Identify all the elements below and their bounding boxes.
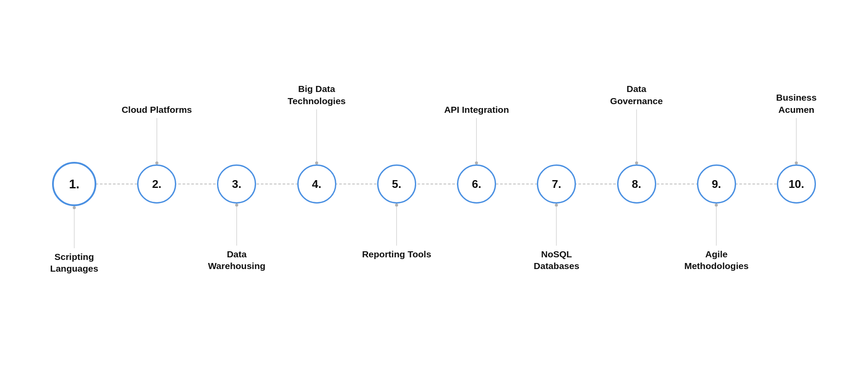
node-number-7: 7. bbox=[552, 177, 561, 191]
circle-4[interactable]: 4. bbox=[297, 164, 336, 204]
bottom-section-1: ScriptingLanguages bbox=[50, 206, 99, 275]
top-dot-4 bbox=[315, 161, 318, 164]
node-item-9: AgileMethodologies9. bbox=[697, 164, 736, 204]
node-number-2: 2. bbox=[152, 177, 161, 191]
top-vline-6 bbox=[477, 118, 477, 161]
circle-10[interactable]: 10. bbox=[777, 164, 816, 204]
bottom-label-3: DataWarehousing bbox=[208, 248, 265, 272]
top-vline-4 bbox=[316, 109, 317, 161]
node-item-4: Big DataTechnologies4. bbox=[297, 164, 336, 204]
top-label-4: Big DataTechnologies bbox=[288, 83, 346, 107]
bottom-dot-3 bbox=[235, 204, 238, 207]
node-item-10: BusinessAcumen10. bbox=[777, 164, 816, 204]
top-dot-8 bbox=[635, 161, 638, 164]
circle-6[interactable]: 6. bbox=[457, 164, 496, 204]
top-section-4: Big DataTechnologies bbox=[288, 83, 346, 164]
top-label-2: Cloud Platforms bbox=[122, 104, 192, 115]
top-vline-2 bbox=[157, 118, 157, 161]
top-label-8: DataGovernance bbox=[610, 83, 663, 107]
node-number-9: 9. bbox=[712, 177, 721, 191]
node-number-6: 6. bbox=[472, 177, 481, 191]
top-section-8: DataGovernance bbox=[610, 83, 663, 164]
bottom-vline-9 bbox=[716, 207, 717, 246]
circle-1[interactable]: 1. bbox=[52, 162, 96, 206]
node-number-10: 10. bbox=[789, 177, 804, 191]
bottom-vline-5 bbox=[396, 207, 397, 246]
top-section-10: BusinessAcumen bbox=[776, 92, 816, 164]
node-item-8: DataGovernance8. bbox=[617, 164, 656, 204]
circle-5[interactable]: 5. bbox=[377, 164, 416, 204]
bottom-section-3: DataWarehousing bbox=[208, 204, 265, 272]
bottom-dot-7 bbox=[555, 204, 558, 207]
bottom-dot-1 bbox=[72, 206, 76, 209]
node-item-5: Reporting Tools5. bbox=[377, 164, 416, 204]
circle-9[interactable]: 9. bbox=[697, 164, 736, 204]
node-number-3: 3. bbox=[232, 177, 242, 191]
top-dot-2 bbox=[155, 161, 158, 164]
bottom-label-7: NoSQLDatabases bbox=[534, 248, 579, 272]
node-item-3: DataWarehousing3. bbox=[217, 164, 256, 204]
node-number-5: 5. bbox=[392, 177, 401, 191]
bottom-label-1: ScriptingLanguages bbox=[50, 251, 99, 275]
circle-3[interactable]: 3. bbox=[217, 164, 256, 204]
top-label-10: BusinessAcumen bbox=[776, 92, 816, 115]
top-section-2: Cloud Platforms bbox=[122, 104, 192, 164]
timeline-wrapper: ScriptingLanguages1.Cloud Platforms2.Dat… bbox=[52, 54, 816, 314]
top-section-6: API Integration bbox=[444, 104, 509, 164]
circle-7[interactable]: 7. bbox=[537, 164, 576, 204]
node-number-4: 4. bbox=[312, 177, 322, 191]
node-item-1: ScriptingLanguages1. bbox=[52, 162, 96, 206]
bottom-section-9: AgileMethodologies bbox=[684, 204, 749, 272]
bottom-vline-3 bbox=[237, 207, 237, 246]
top-vline-10 bbox=[796, 118, 796, 161]
bottom-section-7: NoSQLDatabases bbox=[534, 204, 579, 272]
bottom-vline-1 bbox=[74, 209, 74, 248]
nodes-row: ScriptingLanguages1.Cloud Platforms2.Dat… bbox=[52, 162, 816, 206]
top-dot-10 bbox=[795, 161, 798, 164]
bottom-vline-7 bbox=[556, 207, 557, 246]
bottom-dot-9 bbox=[715, 204, 718, 207]
top-vline-8 bbox=[636, 109, 637, 161]
top-label-6: API Integration bbox=[444, 104, 509, 115]
circle-8[interactable]: 8. bbox=[617, 164, 656, 204]
bottom-section-5: Reporting Tools bbox=[362, 204, 431, 260]
node-item-7: NoSQLDatabases7. bbox=[537, 164, 576, 204]
node-item-6: API Integration6. bbox=[457, 164, 496, 204]
diagram-container: ScriptingLanguages1.Cloud Platforms2.Dat… bbox=[22, 28, 846, 340]
node-number-1: 1. bbox=[69, 177, 79, 191]
top-dot-6 bbox=[475, 161, 478, 164]
bottom-label-9: AgileMethodologies bbox=[684, 248, 749, 272]
circle-2[interactable]: 2. bbox=[137, 164, 176, 204]
bottom-dot-5 bbox=[395, 204, 398, 207]
node-item-2: Cloud Platforms2. bbox=[137, 164, 176, 204]
bottom-label-5: Reporting Tools bbox=[362, 248, 431, 260]
node-number-8: 8. bbox=[632, 177, 641, 191]
